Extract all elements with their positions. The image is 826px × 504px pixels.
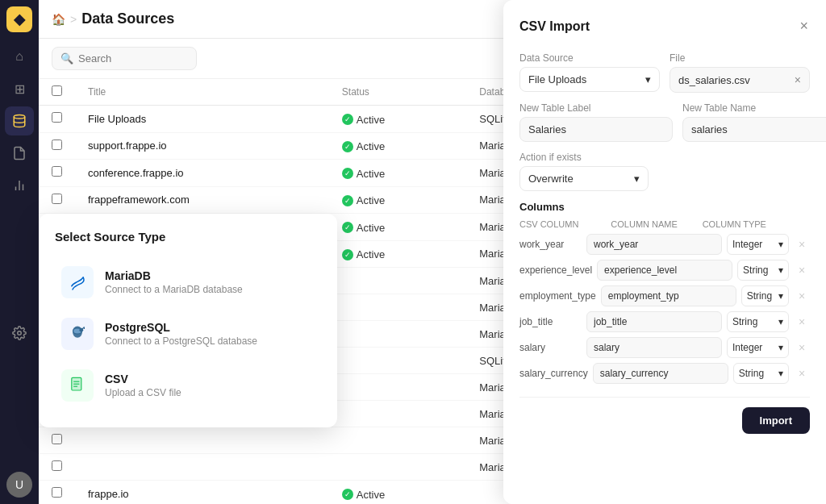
datasource-select[interactable]: File Uploads ▾ — [519, 67, 660, 92]
col-type-chevron: ▾ — [778, 368, 783, 379]
row-status — [329, 427, 466, 454]
datasource-group: Data Source File Uploads ▾ — [519, 52, 660, 93]
col-type-value: Integer — [732, 239, 762, 250]
file-input-display[interactable]: ds_salaries.csv × — [670, 67, 810, 93]
row-title: - — [75, 427, 329, 454]
row-checkbox-cell — [39, 454, 75, 481]
row-status — [329, 294, 466, 321]
row-checkbox[interactable] — [52, 460, 62, 471]
sidebar-item-home[interactable]: ⌂ — [5, 42, 34, 71]
status-label: Active — [357, 222, 385, 234]
row-checkbox[interactable] — [52, 194, 62, 204]
col-type-select[interactable]: Integer ▾ — [727, 234, 789, 255]
row-checkbox[interactable] — [52, 140, 62, 150]
row-title: frappe.io — [75, 481, 329, 505]
select-source-title: Select Source Type — [55, 230, 321, 244]
import-button[interactable]: Import — [742, 407, 810, 434]
search-input-wrap: 🔍 — [52, 47, 197, 70]
col-name-input[interactable] — [586, 311, 722, 332]
row-status — [329, 401, 466, 427]
row-checkbox[interactable] — [52, 487, 62, 498]
sidebar-item-database[interactable] — [5, 106, 34, 135]
row-title: File Uploads — [75, 106, 329, 133]
col-type-select[interactable]: Integer ▾ — [727, 337, 789, 358]
col-remove-button[interactable]: × — [794, 341, 810, 354]
action-select[interactable]: Overwrite ▾ — [519, 166, 649, 191]
columns-title: Columns — [519, 201, 810, 213]
col-name-input[interactable] — [601, 285, 736, 306]
col-remove-button[interactable]: × — [794, 315, 810, 328]
columns-body: work_year Integer ▾ × experience_level S… — [519, 234, 810, 384]
sidebar-item-charts[interactable] — [5, 171, 34, 200]
col-type-select[interactable]: String ▾ — [741, 285, 789, 306]
col-type-select[interactable]: String ▾ — [733, 363, 789, 384]
row-checkbox[interactable] — [52, 434, 62, 444]
breadcrumb-home-icon[interactable]: 🏠 — [52, 13, 65, 26]
col-name-header: COLUMN NAME — [611, 219, 697, 229]
col-name-input[interactable] — [593, 363, 728, 384]
row-status — [329, 321, 466, 348]
postgresql-info: PostgreSQL Connect to a PostgreSQL datab… — [105, 321, 257, 347]
source-option-postgresql[interactable]: PostgreSQL Connect to a PostgreSQL datab… — [55, 308, 321, 360]
select-all-checkbox[interactable] — [52, 85, 62, 96]
row-checkbox[interactable] — [52, 112, 62, 123]
col-csv-name: salary_currency — [519, 363, 588, 384]
col-name-input[interactable] — [597, 260, 732, 281]
user-avatar[interactable]: U — [6, 472, 32, 498]
table-name-input[interactable] — [682, 117, 826, 142]
csv-col-header: CSV COLUMN — [519, 219, 606, 229]
modal-header: CSV Import × — [519, 16, 810, 36]
row-checkbox[interactable] — [52, 166, 62, 177]
action-chevron: ▾ — [634, 173, 640, 185]
modal-title: CSV Import — [519, 19, 590, 34]
source-option-csv[interactable]: CSV Upload a CSV file — [55, 360, 321, 411]
sidebar-item-files[interactable] — [5, 139, 34, 168]
col-type-header: COLUMN TYPE — [703, 219, 789, 229]
status-active-dot — [342, 489, 353, 500]
sidebar-item-settings[interactable] — [5, 319, 34, 348]
col-type-select[interactable]: String ▾ — [727, 311, 789, 332]
row-title: - — [75, 454, 329, 481]
column-row: job_title String ▾ × — [519, 311, 810, 332]
csv-name: CSV — [105, 373, 181, 385]
col-type-value: Integer — [732, 342, 762, 353]
column-row: salary_currency String ▾ × — [519, 363, 810, 384]
col-csv-name: experience_level — [519, 260, 592, 281]
row-status — [329, 348, 466, 374]
status-active-dot — [342, 114, 353, 125]
status-active-dot — [342, 168, 353, 179]
datasource-chevron: ▾ — [645, 73, 651, 85]
row-status: Active — [329, 160, 466, 187]
columns-section: Columns CSV COLUMN COLUMN NAME COLUMN TY… — [519, 201, 810, 384]
header-status: Status — [329, 79, 466, 106]
app-logo[interactable]: ◆ — [6, 6, 32, 32]
row-status: Active — [329, 132, 466, 160]
page-title: Data Sources — [81, 10, 174, 27]
file-value: ds_salaries.csv — [678, 74, 750, 86]
source-option-mariadb[interactable]: MariaDB Connect to a MariaDB database — [55, 256, 321, 308]
col-name-input[interactable] — [586, 234, 722, 255]
file-remove-button[interactable]: × — [795, 73, 801, 86]
col-type-select[interactable]: String ▾ — [737, 260, 789, 281]
col-remove-button[interactable]: × — [794, 238, 810, 251]
sidebar-item-grid[interactable]: ⊞ — [5, 74, 34, 103]
row-status: Active — [329, 481, 466, 505]
col-csv-name: job_title — [519, 311, 582, 332]
csv-icon — [61, 369, 94, 402]
table-label-label: New Table Label — [519, 102, 673, 114]
status-active-dot — [342, 195, 353, 206]
modal-close-button[interactable]: × — [798, 16, 810, 36]
row-status: Active — [329, 106, 466, 133]
status-active-dot — [342, 249, 353, 260]
file-label: File — [670, 52, 810, 64]
col-name-input[interactable] — [586, 337, 722, 358]
col-type-chevron: ▾ — [778, 342, 783, 353]
col-remove-button[interactable]: × — [794, 264, 810, 277]
search-input[interactable] — [78, 52, 188, 65]
row-status — [329, 454, 466, 481]
table-label-name-row: New Table Label New Table Name — [519, 102, 810, 142]
table-label-input[interactable] — [519, 117, 673, 142]
col-remove-button[interactable]: × — [794, 367, 810, 380]
row-status: Active — [329, 186, 466, 214]
col-remove-button[interactable]: × — [794, 289, 810, 302]
